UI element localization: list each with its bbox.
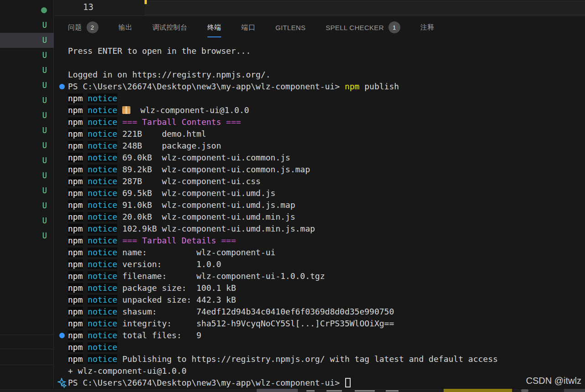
vscode-window: UUUUUUUUUUUUUUU 13 问题2输出调试控制台终端端口GITLENS… xyxy=(0,0,585,392)
explorer-file-row[interactable]: U xyxy=(0,78,54,93)
editor-cursor xyxy=(145,0,147,4)
terminal-text xyxy=(83,248,88,257)
explorer-file-row[interactable]: U xyxy=(0,228,54,243)
terminal-text: name: wlz-component-ui xyxy=(117,248,275,257)
explorer-file-row[interactable]: U xyxy=(0,168,54,183)
git-untracked-badge: U xyxy=(42,112,47,119)
terminal-text: notice xyxy=(88,105,117,115)
command-decoration-dot[interactable] xyxy=(59,333,65,338)
terminal-text: npm xyxy=(68,212,83,222)
terminal-text: notice xyxy=(88,354,117,364)
terminal-cursor[interactable] xyxy=(345,378,351,387)
terminal-line: npm notice 69.0kB wlz-component-ui.commo… xyxy=(68,152,585,164)
package-emoji-icon xyxy=(122,106,130,114)
panel-tab-终端[interactable]: 终端 xyxy=(207,16,222,39)
terminal-text: 91.0kB wlz-component-ui.umd.js.map xyxy=(117,200,295,210)
terminal-text xyxy=(83,307,88,316)
terminal-text xyxy=(83,188,88,198)
terminal-text: notice xyxy=(88,224,117,233)
taskbar-text-fragment xyxy=(306,390,315,392)
terminal-text xyxy=(83,224,88,233)
explorer-file-row[interactable]: U xyxy=(0,213,54,228)
explorer-file-row[interactable]: U xyxy=(0,153,54,168)
terminal-text: npm xyxy=(68,319,83,328)
explorer-file-row[interactable]: U xyxy=(0,93,54,108)
terminal-text: notice xyxy=(88,176,117,186)
terminal-text: === xyxy=(221,117,241,127)
terminal-line: npm notice wlz-component-ui@1.0.0 xyxy=(68,104,585,116)
explorer-file-row[interactable]: U xyxy=(0,63,54,78)
terminal-line: Press ENTER to open in the browser... xyxy=(68,45,585,57)
terminal-text: === xyxy=(216,236,236,245)
command-decoration-dot[interactable] xyxy=(59,84,65,89)
panel-tab-label: 终端 xyxy=(207,23,222,32)
terminal-text: === xyxy=(122,117,142,127)
terminal-text: package size: 100.1 kB xyxy=(117,283,236,293)
explorer-file-row[interactable]: U xyxy=(0,18,54,33)
sidebar-section-divider xyxy=(0,349,54,349)
terminal-line: npm notice xyxy=(68,341,585,353)
terminal-line: npm notice 91.0kB wlz-component-ui.umd.j… xyxy=(68,199,585,211)
explorer-file-row[interactable]: U xyxy=(0,198,54,213)
explorer-file-row[interactable]: U xyxy=(0,108,54,123)
taskbar-text-fragment xyxy=(355,390,375,392)
terminal-line: npm notice 102.9kB wlz-component-ui.umd.… xyxy=(68,223,585,235)
terminal-line: npm notice package size: 100.1 kB xyxy=(68,282,585,294)
explorer-file-row[interactable]: U xyxy=(0,48,54,63)
terminal-text: notice xyxy=(88,141,117,150)
terminal-line: npm notice filename: wlz-component-ui-1.… xyxy=(68,270,585,282)
terminal-line: npm notice integrity: sha512-h9VcyqNoCY5… xyxy=(68,318,585,330)
terminal-text: notice xyxy=(88,236,117,245)
panel-tab-gitlens[interactable]: GITLENS xyxy=(275,16,305,39)
explorer-file-row[interactable]: U xyxy=(0,33,54,48)
terminal-line: npm notice 287B wlz-component-ui.css xyxy=(68,175,585,187)
explorer-file-row[interactable]: U xyxy=(0,138,54,153)
terminal-text: notice xyxy=(88,129,117,139)
terminal-text: npm xyxy=(68,342,83,352)
git-untracked-badge: U xyxy=(42,21,47,29)
panel-tab-调试控制台[interactable]: 调试控制台 xyxy=(152,16,187,39)
git-untracked-badge: U xyxy=(42,52,47,59)
copilot-sparkle-icon[interactable] xyxy=(57,378,67,389)
git-untracked-badge: U xyxy=(42,232,47,240)
panel-tab-label: 调试控制台 xyxy=(152,23,187,32)
terminal-text: npm xyxy=(68,165,83,174)
editor-sliver[interactable]: 13 xyxy=(54,0,585,16)
terminal-text xyxy=(83,200,88,210)
explorer-file-row[interactable] xyxy=(0,3,54,18)
terminal-text: filename: wlz-component-ui-1.0.0.tgz xyxy=(117,271,325,281)
terminal-text: npm xyxy=(68,307,83,316)
terminal-text: notice xyxy=(88,165,117,174)
panel-tab-端口[interactable]: 端口 xyxy=(241,16,255,39)
git-untracked-badge: U xyxy=(42,202,47,210)
taskbar-text-fragment xyxy=(326,390,342,392)
terminal-text: 287B wlz-component-ui.css xyxy=(117,176,260,186)
terminal-text: npm xyxy=(68,295,83,304)
panel-tab-注释[interactable]: 注释 xyxy=(420,16,435,39)
taskbar-text-fragment xyxy=(386,390,399,392)
bottom-panel: 问题2输出调试控制台终端端口GITLENSSPELL CHECKER1注释 Pr… xyxy=(54,16,585,388)
taskbar-item xyxy=(564,389,585,392)
taskbar-highlighted-item xyxy=(444,389,512,392)
taskbar-item xyxy=(257,389,298,392)
terminal-text: npm xyxy=(68,93,83,103)
explorer-file-row[interactable]: U xyxy=(0,183,54,198)
explorer-file-row[interactable]: U xyxy=(0,123,54,138)
terminal[interactable]: Press ENTER to open in the browser...Log… xyxy=(54,39,585,388)
terminal-text xyxy=(117,236,122,245)
terminal-text xyxy=(83,212,88,222)
terminal-text: npm xyxy=(345,82,360,91)
terminal-text xyxy=(83,165,88,174)
git-modified-dot-badge xyxy=(41,7,47,13)
panel-tab-label: SPELL CHECKER xyxy=(326,24,384,31)
panel-tab-spell-checker[interactable]: SPELL CHECKER1 xyxy=(326,16,400,39)
panel-tab-问题[interactable]: 问题2 xyxy=(68,16,98,39)
terminal-line: npm notice unpacked size: 442.3 kB xyxy=(68,294,585,306)
terminal-line: npm notice name: wlz-component-ui xyxy=(68,247,585,258)
terminal-line: npm notice total files: 9 xyxy=(68,330,585,341)
terminal-text xyxy=(83,129,88,139)
terminal-text xyxy=(83,153,88,162)
panel-tab-输出[interactable]: 输出 xyxy=(119,16,133,39)
terminal-line: npm notice 89.2kB wlz-component-ui.commo… xyxy=(68,164,585,175)
terminal-text: npm xyxy=(68,105,83,115)
